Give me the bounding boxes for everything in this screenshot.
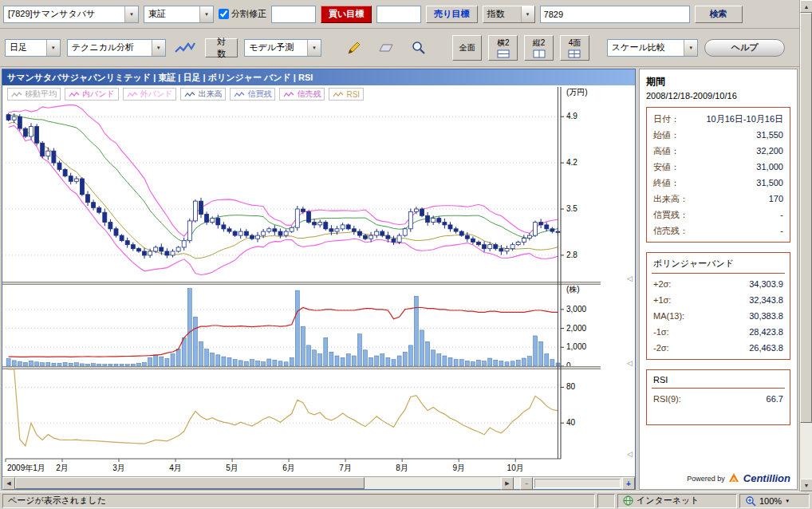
- chevron-down-icon[interactable]: ▼: [199, 6, 213, 22]
- period-select[interactable]: 日足 ▼: [5, 39, 61, 57]
- svg-text:(万円): (万円): [566, 88, 588, 97]
- search-button[interactable]: 検索: [695, 6, 743, 23]
- pane-resize-handle[interactable]: ◁: [627, 360, 633, 367]
- legend-toggle-0[interactable]: 移動平均: [7, 88, 61, 101]
- powered-by-label: Powered by: [687, 475, 725, 483]
- scroll-track[interactable]: [15, 477, 501, 489]
- vscroll-thumb[interactable]: [800, 13, 812, 423]
- status-panel-empty: [597, 494, 615, 508]
- page: [7829]サマンサタバサ ▼ 東証 ▼ 分割修正 買い目標 売り目標 指数 ▼…: [0, 0, 799, 491]
- layout-quad-button[interactable]: 4面: [560, 35, 589, 61]
- log-scale-button[interactable]: 対数: [205, 38, 238, 57]
- sell-target-button[interactable]: 売り目標: [426, 6, 477, 23]
- technical-analysis-value: テクニカル分析: [68, 41, 152, 53]
- legend-toggle-3[interactable]: 出来高: [180, 88, 226, 101]
- legend-toggle-1[interactable]: 内バンド: [65, 88, 119, 101]
- security-zone-label: インターネット: [637, 495, 700, 507]
- legend-line-icon: [333, 91, 344, 98]
- data-row: RSI(9):66.7: [652, 391, 785, 407]
- scroll-left-button[interactable]: ◀: [2, 477, 15, 490]
- chevron-down-icon[interactable]: ▼: [307, 40, 321, 56]
- technical-analysis-select[interactable]: テクニカル分析 ▼: [67, 39, 166, 57]
- legend-line-icon: [69, 91, 80, 98]
- globe-icon: [623, 495, 633, 506]
- layout-full-button[interactable]: 全面: [452, 35, 482, 61]
- chevron-down-icon[interactable]: ▼: [785, 499, 790, 503]
- scroll-up-button[interactable]: ▲: [800, 0, 812, 13]
- page-vertical-scrollbar[interactable]: ▲ ▼: [799, 0, 812, 491]
- pane-resize-handle[interactable]: ◁: [627, 275, 633, 282]
- layout-v2-label: 縦2: [533, 37, 546, 49]
- sell-target-input[interactable]: [376, 6, 421, 23]
- layout-v2-button[interactable]: 縦2: [524, 35, 554, 61]
- layout-h2-button[interactable]: 横2: [488, 35, 518, 61]
- centillion-logo-icon: [728, 473, 740, 483]
- svg-text:4.2: 4.2: [566, 158, 577, 167]
- chevron-down-icon[interactable]: ▼: [124, 6, 138, 22]
- data-row: 安値：31,000: [652, 159, 785, 175]
- legend-line-icon: [127, 91, 138, 98]
- data-row: 始値：31,550: [652, 127, 785, 143]
- split-adjust-checkbox[interactable]: [219, 9, 229, 19]
- market-select[interactable]: 東証 ▼: [144, 6, 214, 23]
- scroll-thumb[interactable]: [15, 477, 365, 489]
- svg-text:2,000: 2,000: [566, 324, 586, 333]
- zoom-in-button[interactable]: +: [622, 477, 635, 490]
- zoom-level-icon: [745, 495, 756, 507]
- chevron-down-icon[interactable]: ▼: [521, 6, 534, 22]
- model-forecast-select[interactable]: モデル予測 ▼: [244, 39, 321, 57]
- data-row: 信売残：-: [652, 223, 785, 239]
- data-row: +2σ:34,303.9: [652, 276, 785, 292]
- legend-toggle-5[interactable]: 信売残: [279, 88, 325, 101]
- data-row: 終値：31,500: [652, 175, 785, 191]
- layout-full-label: 全面: [459, 42, 475, 53]
- scale-compare-select[interactable]: スケール比較 ▼: [607, 39, 698, 57]
- buy-target-button[interactable]: 買い目標: [321, 6, 372, 23]
- svg-text:5月: 5月: [226, 464, 238, 472]
- line-chart-icon: [174, 41, 196, 55]
- info-panel: 期間 2008/12/18-2009/10/16 日付：10月16日-10月16…: [639, 69, 798, 490]
- legend-toggle-2[interactable]: 外バンド: [123, 88, 177, 101]
- scroll-right-button[interactable]: ▶: [501, 477, 514, 490]
- chart-body[interactable]: 4.94.23.52.8(万円)3,0002,0001,0000(株)80402…: [2, 85, 635, 476]
- data-row: 日付：10月16日-10月16日: [652, 111, 785, 127]
- vscroll-track[interactable]: [800, 13, 812, 479]
- pane-resize-handle[interactable]: ◁: [627, 451, 633, 458]
- svg-text:2.8: 2.8: [566, 251, 577, 259]
- page-zoom-panel[interactable]: 100% ▼: [739, 494, 810, 508]
- svg-text:6月: 6月: [282, 464, 295, 472]
- code-input[interactable]: [540, 6, 690, 23]
- chevron-down-icon[interactable]: ▼: [46, 40, 60, 56]
- status-message-panel: ページが表示されました: [2, 494, 595, 508]
- svg-text:10月: 10月: [507, 464, 524, 472]
- index-select[interactable]: 指数 ▼: [483, 6, 535, 23]
- legend-line-icon: [11, 91, 22, 98]
- zoom-out-button[interactable]: −: [520, 477, 533, 490]
- eraser-tool-button[interactable]: [373, 37, 400, 59]
- legend-toggle-6[interactable]: RSI: [329, 88, 364, 101]
- buy-target-input[interactable]: [271, 6, 316, 23]
- layout-h2-label: 横2: [497, 37, 510, 49]
- chart-horizontal-scrollbar[interactable]: ◀ ▶ − +: [2, 476, 635, 489]
- legend-toggle-4[interactable]: 信買残: [230, 88, 275, 101]
- chevron-down-icon[interactable]: ▼: [684, 40, 697, 56]
- trendline-chart-button[interactable]: [172, 37, 199, 59]
- split-adjust-toggle[interactable]: 分割修正: [219, 8, 266, 20]
- svg-text:9月: 9月: [452, 464, 465, 472]
- main-content: サマンサタバサジャパンリミテッド | 東証 | 日足 | ボリンジャー バンド …: [0, 67, 799, 491]
- security-zone-panel: インターネット: [617, 494, 737, 508]
- help-button[interactable]: ヘルプ: [704, 39, 785, 57]
- svg-text:3.5: 3.5: [566, 204, 577, 213]
- toolbar-secondary: 日足 ▼ テクニカル分析 ▼ 対数 モデル予測 ▼: [0, 29, 799, 67]
- scroll-down-button[interactable]: ▼: [800, 479, 812, 491]
- legend-line-icon: [283, 91, 294, 98]
- chevron-down-icon[interactable]: ▼: [152, 40, 165, 56]
- data-row: 高値：32,200: [652, 143, 785, 159]
- pen-tool-button[interactable]: [341, 37, 367, 59]
- zoom-slider[interactable]: [534, 479, 621, 488]
- bollinger-box: ボリンジャーバンド +2σ:34,303.9+1σ:32,343.8MA(13)…: [646, 252, 790, 360]
- zoom-tool-button[interactable]: [406, 37, 432, 59]
- chart-canvas[interactable]: 4.94.23.52.8(万円)3,0002,0001,0000(株)80402…: [2, 85, 601, 476]
- symbol-select[interactable]: [7829]サマンサタバサ ▼: [3, 6, 139, 23]
- market-select-value: 東証: [144, 8, 199, 20]
